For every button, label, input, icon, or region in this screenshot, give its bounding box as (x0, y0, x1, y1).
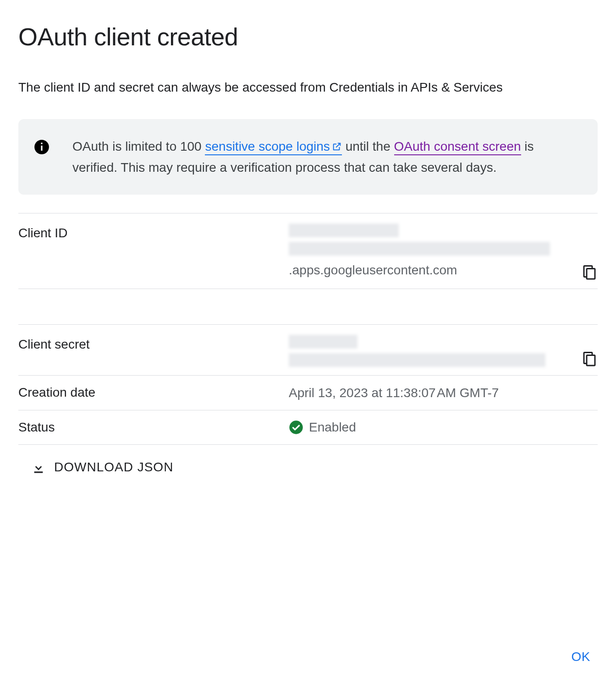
creation-date-value: April 13, 2023 at 11:38:07 AM GMT-7 (289, 383, 598, 403)
external-link-icon (332, 137, 342, 157)
client-id-suffix: .apps.​googleusercontent.com (289, 263, 457, 277)
spacer-row (18, 289, 598, 325)
dialog-footer: OK (18, 644, 598, 670)
dialog-title: OAuth client created (18, 18, 598, 55)
client-id-redacted (289, 224, 550, 260)
notice-mid: until the (342, 139, 394, 153)
info-icon (33, 138, 50, 156)
notice-text: OAuth is limited to 100 sensitive scope … (72, 137, 578, 177)
status-row: Status Enabled (18, 410, 598, 445)
dialog-subtitle: The client ID and secret can always be a… (18, 77, 598, 97)
svg-rect-3 (587, 268, 595, 279)
client-secret-row: Client secret (18, 325, 598, 376)
client-id-value: .apps.​googleusercontent.com (289, 224, 598, 280)
status-label: Status (18, 418, 289, 437)
svg-rect-2 (41, 143, 42, 144)
oauth-client-created-dialog: OAuth client created The client ID and s… (18, 18, 598, 670)
download-json-button[interactable]: DOWNLOAD JSON (18, 445, 598, 477)
svg-rect-1 (41, 146, 42, 151)
svg-rect-4 (587, 355, 595, 366)
notice-prefix: OAuth is limited to 100 (72, 139, 205, 153)
client-secret-redacted (289, 335, 545, 367)
oauth-consent-screen-link[interactable]: OAuth consent screen (394, 139, 521, 155)
client-secret-value (289, 335, 598, 367)
copy-client-id-button[interactable] (581, 264, 598, 280)
status-value: Enabled (289, 418, 356, 437)
download-json-label: DOWNLOAD JSON (54, 458, 173, 477)
client-id-row: Client ID .apps.​googleusercontent.com (18, 213, 598, 289)
copy-client-secret-button[interactable] (581, 350, 598, 367)
svg-rect-6 (34, 471, 43, 473)
creation-date-row: Creation date April 13, 2023 at 11:38:07… (18, 376, 598, 410)
info-notice: OAuth is limited to 100 sensitive scope … (18, 119, 598, 195)
client-id-label: Client ID (18, 224, 289, 243)
client-secret-label: Client secret (18, 335, 289, 354)
sensitive-scope-logins-link[interactable]: sensitive scope logins (205, 139, 341, 155)
ok-button[interactable]: OK (568, 644, 594, 670)
download-icon (31, 460, 46, 475)
creation-date-label: Creation date (18, 383, 289, 402)
check-circle-icon (289, 420, 303, 435)
svg-point-5 (289, 420, 302, 434)
credentials-table: Client ID .apps.​googleusercontent.com C… (18, 213, 598, 445)
